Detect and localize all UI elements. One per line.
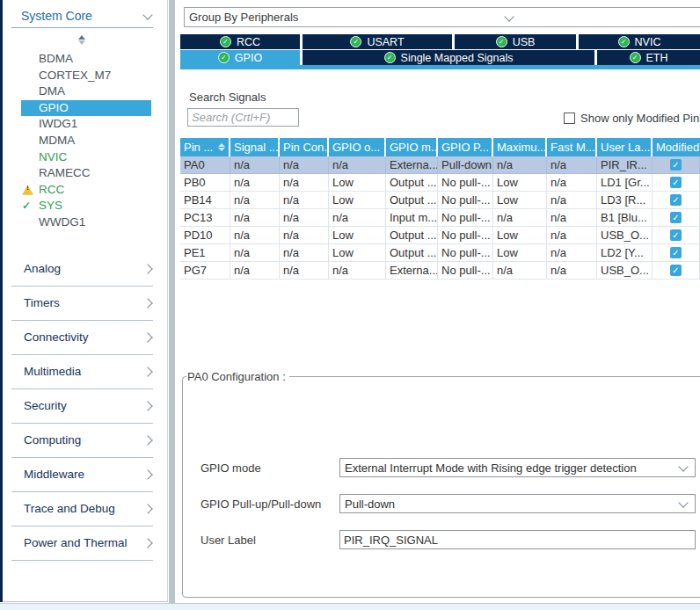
gpio-pull-up-pull-down-select[interactable]: Pull-down xyxy=(339,494,696,513)
sidebar-item-nvic[interactable]: NVIC xyxy=(3,149,167,166)
table-row-pe1[interactable]: PE1n/an/aLowOutput ...No pull-...Lown/aL… xyxy=(180,244,700,262)
sidebar-category-analog[interactable]: Analog xyxy=(3,260,167,294)
sidebar-category-divider xyxy=(11,560,153,561)
sidebar-category-timers[interactable]: Timers xyxy=(3,294,167,329)
chevron-right-icon xyxy=(142,435,152,445)
sidebar-item-label: WWDG1 xyxy=(39,215,85,229)
column-header-pin-con[interactable]: Pin Con... xyxy=(280,138,329,156)
cell-fast-m: n/a xyxy=(547,209,597,227)
cell-user-la: B1 [Blu... xyxy=(597,209,653,227)
modified-checkbox-checked-icon[interactable] xyxy=(670,177,682,188)
sidebar-section-system-core[interactable]: System Core xyxy=(21,9,151,23)
sidebar-category-multimedia[interactable]: Multimedia xyxy=(3,363,167,397)
chevron-right-icon xyxy=(142,504,152,513)
modified-checkbox-checked-icon[interactable] xyxy=(670,212,682,223)
column-header-pin[interactable]: Pin ... xyxy=(180,138,230,156)
gpio-mode-select[interactable]: External Interrupt Mode with Rising edge… xyxy=(339,458,696,477)
column-header-signal[interactable]: Signal ... xyxy=(230,138,280,156)
cell-gpio-m: Output ... xyxy=(386,227,438,244)
cell-pin-con: n/a xyxy=(280,227,329,244)
cell-pin: PE1 xyxy=(180,244,230,262)
tab-rcc[interactable]: RCC xyxy=(180,34,300,49)
sidebar-category-label: Connectivity xyxy=(24,330,89,344)
show-only-modified-pins-filter[interactable]: Show only Modified Pins xyxy=(564,112,700,125)
table-row-pb0[interactable]: PB0n/an/aLowOutput ...No pull-...Lown/aL… xyxy=(180,174,700,192)
cell-maximu: Low xyxy=(493,174,547,192)
sidebar-category-label: Analog xyxy=(24,262,61,275)
sidebar-category-middleware[interactable]: Middleware xyxy=(3,466,167,500)
user-label-input[interactable] xyxy=(339,530,696,549)
list-scroll-spinner[interactable] xyxy=(78,35,85,45)
filter-label: Show only Modified Pins xyxy=(580,112,700,125)
tab-usart[interactable]: USART xyxy=(303,34,452,49)
configuration-group-legend: PA0 Configuration : xyxy=(186,370,289,383)
sidebar-item-gpio[interactable]: GPIO xyxy=(21,100,151,117)
column-header-gpio-p[interactable]: GPIO P... xyxy=(438,138,493,156)
cell-fast-m: n/a xyxy=(547,192,597,209)
sidebar-item-sys[interactable]: SYS xyxy=(3,198,167,214)
modified-checkbox-checked-icon[interactable] xyxy=(670,247,682,258)
cell-gpio-o: Low xyxy=(329,227,386,244)
peripheral-category-sidebar: System Core BDMACORTEX_M7DMAGPIOIWDG1MDM… xyxy=(3,0,168,602)
table-row-pa0[interactable]: PA0n/an/an/aExterna...Pull-downn/an/aPIR… xyxy=(180,156,700,174)
modified-checkbox-checked-icon[interactable] xyxy=(670,159,682,171)
tab-label: NVIC xyxy=(635,36,661,48)
modified-checkbox-checked-icon[interactable] xyxy=(670,265,682,276)
sidebar-category-label: Security xyxy=(24,399,67,412)
sidebar-item-mdma[interactable]: MDMA xyxy=(3,133,167,149)
sidebar-category-row: Computing xyxy=(24,433,151,447)
chevron-right-icon xyxy=(142,332,152,342)
modified-checkbox-checked-icon[interactable] xyxy=(670,229,682,241)
column-header-label: GPIO P... xyxy=(441,138,489,156)
sort-down-icon xyxy=(218,148,225,151)
tab-label: USB xyxy=(513,36,536,48)
panel-splitter[interactable] xyxy=(169,0,175,604)
scroll-up-icon xyxy=(78,35,85,40)
column-header-maximu[interactable]: Maximu... xyxy=(493,138,547,156)
column-header-fast-m[interactable]: Fast M... xyxy=(547,138,597,156)
chevron-right-icon xyxy=(142,538,152,548)
sidebar-item-rcc[interactable]: RCC xyxy=(3,182,167,199)
sidebar-category-trace-and-debug[interactable]: Trace and Debug xyxy=(3,500,167,534)
tab-single-mapped-signals[interactable]: Single Mapped Signals xyxy=(303,50,594,65)
cell-modified xyxy=(653,192,700,209)
cell-pin: PD10 xyxy=(180,227,230,244)
table-row-pc13[interactable]: PC13n/an/an/aInput m...No pull-...n/an/a… xyxy=(180,209,700,227)
sidebar-category-computing[interactable]: Computing xyxy=(3,432,167,466)
cell-modified xyxy=(653,244,700,262)
config-field-label: GPIO Pull-up/Pull-down xyxy=(201,497,321,511)
tab-gpio[interactable]: GPIO xyxy=(180,50,300,65)
column-header-modified[interactable]: Modified xyxy=(653,138,700,156)
modified-checkbox-checked-icon[interactable] xyxy=(670,194,682,206)
sidebar-category-connectivity[interactable]: Connectivity xyxy=(3,329,167,363)
checkbox-unchecked-icon[interactable] xyxy=(564,113,575,124)
sidebar-item-list: BDMACORTEX_M7DMAGPIOIWDG1MDMANVICRAMECCR… xyxy=(3,51,167,231)
column-header-user-la[interactable]: User La... xyxy=(597,138,653,156)
sidebar-category-security[interactable]: Security xyxy=(3,397,167,432)
sidebar-item-cortex-m7[interactable]: CORTEX_M7 xyxy=(3,68,167,84)
sidebar-item-bdma[interactable]: BDMA xyxy=(3,51,167,68)
tab-usb[interactable]: USB xyxy=(455,34,576,49)
sidebar-item-label: CORTEX_M7 xyxy=(39,69,111,82)
tab-nvic[interactable]: NVIC xyxy=(579,34,700,49)
table-row-pd10[interactable]: PD10n/an/aLowOutput ...No pull-...Lown/a… xyxy=(180,227,700,244)
sidebar-item-iwdg1[interactable]: IWDG1 xyxy=(3,116,167,133)
search-signals-input[interactable] xyxy=(187,108,299,127)
sidebar-item-ramecc[interactable]: RAMECC xyxy=(3,165,167,182)
sidebar-section-label: System Core xyxy=(21,9,92,23)
sidebar-item-dma[interactable]: DMA xyxy=(3,84,167,100)
gpio-signals-table: Pin ...Signal ...Pin Con...GPIO o...GPIO… xyxy=(180,138,700,280)
group-by-select[interactable]: Group By Peripherals xyxy=(184,7,700,27)
cell-modified xyxy=(653,156,700,174)
sidebar-item-wwdg1[interactable]: WWDG1 xyxy=(3,214,167,231)
sidebar-category-power-and-thermal[interactable]: Power and Thermal xyxy=(3,534,167,569)
column-header-label: Pin Con... xyxy=(283,138,329,156)
cell-fast-m: n/a xyxy=(547,262,597,280)
tab-eth[interactable]: ETH xyxy=(597,50,700,65)
column-header-gpio-o[interactable]: GPIO o... xyxy=(329,138,386,156)
column-header-gpio-m[interactable]: GPIO m... xyxy=(386,138,438,156)
cell-maximu: Low xyxy=(493,192,547,209)
column-header-label: GPIO m... xyxy=(390,138,438,156)
table-row-pg7[interactable]: PG7n/an/an/aExterna...No pull-...n/an/aU… xyxy=(180,262,700,280)
table-row-pb14[interactable]: PB14n/an/aLowOutput ...No pull-...Lown/a… xyxy=(180,192,700,209)
